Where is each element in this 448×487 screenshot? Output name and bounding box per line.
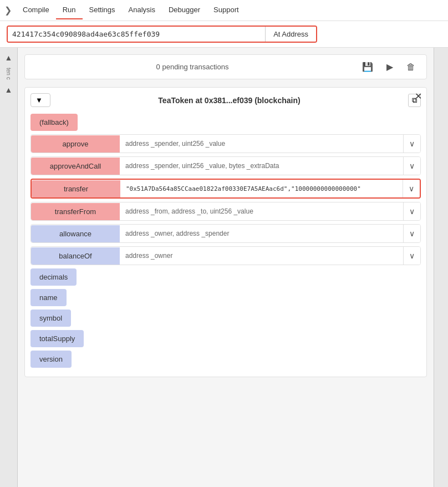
contract-panel: ✕ ▼ TeaToken at 0x381...ef039 (blockchai… — [24, 87, 427, 377]
top-nav: ❯ Compile Run Settings Analysis Debugger… — [0, 0, 448, 21]
totalsupply-button[interactable]: totalSupply — [30, 330, 84, 347]
transferfrom-function-name[interactable]: transferFrom — [31, 203, 120, 220]
function-row-version: version — [30, 351, 421, 368]
main-content: 0 pending transactions 💾 ▶ 🗑 ✕ ▼ TeaToke… — [18, 48, 434, 487]
nav-item-compile[interactable]: Compile — [16, 1, 56, 19]
nav-collapse-arrow[interactable]: ❯ — [4, 5, 12, 16]
allowance-function-name[interactable]: allowance — [31, 225, 120, 242]
delete-transactions-button[interactable]: 🗑 — [404, 61, 418, 73]
sidebar-right — [434, 48, 448, 487]
pending-transactions-text: 0 pending transactions — [34, 63, 351, 71]
address-bar-container: At Address — [0, 21, 448, 48]
pending-bar: 0 pending transactions 💾 ▶ 🗑 — [24, 54, 427, 79]
contract-title: TeaToken at 0x381...ef039 (blockchain) — [55, 96, 404, 105]
decimals-button[interactable]: decimals — [30, 268, 77, 286]
transferfrom-chevron[interactable]: ∨ — [403, 202, 420, 220]
function-row-transfer: transfer "0x51A7Da564a85CCaae01822af0033… — [30, 179, 421, 199]
at-address-button[interactable]: At Address — [265, 27, 316, 42]
name-button[interactable]: name — [30, 289, 67, 306]
balanceof-function-name[interactable]: balanceOf — [31, 247, 120, 265]
transfer-chevron[interactable]: ∨ — [403, 180, 420, 197]
sidebar-down-arrow[interactable]: ▲ — [4, 84, 14, 95]
approveandcall-function-name[interactable]: approveAndCall — [31, 158, 120, 175]
function-row-fallback: (fallback) — [30, 114, 421, 131]
function-row-balanceof: balanceOf address _owner ∨ — [30, 246, 421, 265]
function-row-name: name — [30, 289, 421, 306]
address-bar-inner: At Address — [7, 26, 317, 43]
close-contract-button[interactable]: ✕ — [415, 91, 422, 102]
balanceof-params: address _owner — [120, 247, 403, 264]
nav-item-support[interactable]: Support — [207, 1, 246, 19]
approve-params: address _spender, uint256 _value — [120, 135, 403, 152]
approve-chevron[interactable]: ∨ — [403, 135, 420, 153]
transfer-function-name[interactable]: transfer — [32, 180, 120, 197]
balanceof-chevron[interactable]: ∨ — [403, 247, 420, 265]
fallback-button[interactable]: (fallback) — [30, 114, 78, 131]
allowance-chevron[interactable]: ∨ — [403, 225, 420, 242]
approveandcall-params: address _spender, uint256 _value, bytes … — [120, 158, 403, 174]
address-input[interactable] — [8, 27, 265, 42]
function-row-approveandcall: approveAndCall address _spender, uint256… — [30, 156, 421, 175]
save-transactions-button[interactable]: 💾 — [360, 60, 375, 73]
function-row-decimals: decimals — [30, 268, 421, 286]
main-layout: ▲ ten c ▲ 0 pending transactions 💾 ▶ 🗑 ✕… — [0, 48, 448, 487]
dropdown-arrow-icon: ▼ — [35, 96, 43, 104]
contract-header: ▼ TeaToken at 0x381...ef039 (blockchain)… — [30, 93, 421, 107]
sidebar-left: ▲ ten c ▲ — [0, 48, 18, 487]
sidebar-context-label: ten c — [4, 67, 13, 81]
nav-item-analysis[interactable]: Analysis — [122, 1, 162, 19]
contract-dropdown[interactable]: ▼ — [30, 93, 50, 107]
nav-item-settings[interactable]: Settings — [83, 1, 122, 19]
function-row-allowance: allowance address _owner, address _spend… — [30, 224, 421, 243]
function-row-approve: approve address _spender, uint256 _value… — [30, 134, 421, 153]
function-row-symbol: symbol — [30, 310, 421, 327]
nav-item-debugger[interactable]: Debugger — [162, 1, 207, 19]
symbol-button[interactable]: symbol — [30, 310, 71, 327]
version-button[interactable]: version — [30, 351, 72, 368]
approveandcall-chevron[interactable]: ∨ — [403, 157, 420, 175]
approve-function-name[interactable]: approve — [31, 135, 120, 153]
sidebar-up-arrow[interactable]: ▲ — [4, 52, 14, 63]
function-row-totalsupply: totalSupply — [30, 330, 421, 347]
function-row-transferfrom: transferFrom address _from, address _to,… — [30, 202, 421, 221]
transferfrom-params: address _from, address _to, uint256 _val… — [120, 203, 403, 220]
transfer-params[interactable]: "0x51A7Da564a85CCaae01822af00330E7A5AEAa… — [120, 181, 403, 197]
nav-item-run[interactable]: Run — [56, 1, 83, 19]
play-transactions-button[interactable]: ▶ — [384, 60, 395, 73]
allowance-params: address _owner, address _spender — [120, 225, 403, 242]
